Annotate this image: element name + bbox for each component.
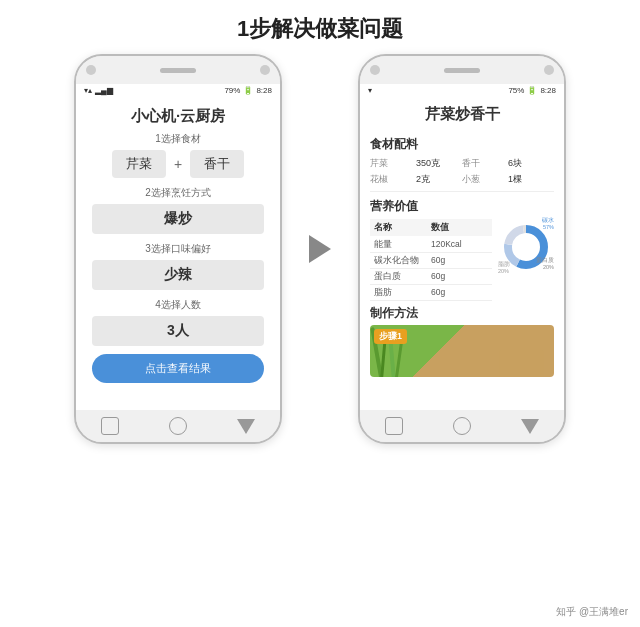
left-phone-bottom	[76, 410, 280, 442]
ing2-name: 香干	[462, 157, 508, 170]
ingredients-grid: 芹菜 350克 香干 6块 花椒 2克 小葱 1棵	[370, 157, 554, 192]
nut-name-2: 蛋白质	[374, 271, 431, 283]
right-phone-bottom	[360, 410, 564, 442]
right-status-right: 75% 🔋 8:28	[508, 86, 556, 95]
step1-image: 步骤1	[370, 325, 554, 377]
right-phone-content: 芹菜炒香干 食材配料 芹菜 350克 香干 6块 花椒 2克 小葱 1棵 营养价…	[360, 97, 564, 410]
front-camera-icon	[86, 65, 96, 75]
battery-icon-left: 🔋	[243, 86, 253, 95]
right-back-btn[interactable]	[453, 417, 471, 435]
food-item	[499, 350, 544, 377]
right-front-camera-icon	[370, 65, 380, 75]
ing1-name: 芹菜	[370, 157, 416, 170]
right-status-left: ▾	[368, 86, 372, 95]
ingredients-section-title: 食材配料	[370, 136, 554, 153]
nut-name-1: 碳水化合物	[374, 255, 431, 267]
nutrition-section: 营养价值 名称 数值 能量 120Kcal	[370, 198, 554, 301]
nut-val-0: 120Kcal	[431, 239, 488, 251]
left-phone: ▾▴ ▂▄▆ 79% 🔋 8:28 小心机·云厨房 1选择食材 芹菜 + 香干 …	[74, 54, 282, 444]
ing1-val: 350克	[416, 157, 462, 170]
nut-col2-header: 数值	[431, 221, 488, 234]
arrow-right-icon	[309, 235, 331, 263]
ingredient-row: 芹菜 + 香干	[76, 150, 280, 178]
battery-icon-right: 🔋	[527, 86, 537, 95]
step3-label: 3选择口味偏好	[76, 242, 280, 256]
nut-name-3: 脂肪	[374, 287, 431, 299]
nut-row-2: 蛋白质 60g	[370, 269, 492, 285]
ing4-name: 小葱	[462, 173, 508, 186]
ing2-val: 6块	[508, 157, 554, 170]
time-right: 8:28	[540, 86, 556, 95]
right-status-bar: ▾ 75% 🔋 8:28	[360, 84, 564, 97]
nut-row-0: 能量 120Kcal	[370, 237, 492, 253]
nut-row-3: 脂肪 60g	[370, 285, 492, 301]
right-scrollable-content: 食材配料 芹菜 350克 香干 6块 花椒 2克 小葱 1棵 营养价值	[360, 130, 564, 410]
left-status-right: 79% 🔋 8:28	[224, 86, 272, 95]
ing4-val: 1棵	[508, 173, 554, 186]
svg-point-4	[514, 235, 538, 259]
right-speaker-icon	[444, 68, 480, 73]
plus-icon: +	[174, 156, 182, 172]
step1-label: 1选择食材	[76, 132, 280, 146]
ingredient1-tag[interactable]: 芹菜	[112, 150, 166, 178]
donut-label-protein: 蛋白质20%	[536, 257, 554, 271]
battery-percent-left: 79%	[224, 86, 240, 95]
ing3-name: 花椒	[370, 173, 416, 186]
submit-button[interactable]: 点击查看结果	[92, 354, 264, 383]
right-home-btn[interactable]	[385, 417, 403, 435]
dish-title: 芹菜炒香干	[360, 97, 564, 130]
left-phone-top-bar	[76, 56, 280, 84]
watermark: 知乎 @王满堆er	[556, 605, 628, 619]
battery-percent-right: 75%	[508, 86, 524, 95]
right-menu-btn[interactable]	[521, 419, 539, 434]
donut-label-carb: 碳水57%	[542, 217, 554, 231]
time-left: 8:28	[256, 86, 272, 95]
taste-box[interactable]: 少辣	[92, 260, 264, 290]
nutrition-table: 名称 数值 能量 120Kcal 碳水化合物 60g	[370, 219, 554, 301]
people-box[interactable]: 3人	[92, 316, 264, 346]
nutrition-header: 名称 数值	[370, 219, 492, 236]
back-btn[interactable]	[169, 417, 187, 435]
nut-val-3: 60g	[431, 287, 488, 299]
left-status-bar: ▾▴ ▂▄▆ 79% 🔋 8:28	[76, 84, 280, 97]
signal-bars: ▂▄▆	[95, 86, 113, 95]
left-status-left: ▾▴ ▂▄▆	[84, 86, 113, 95]
cook-method-box[interactable]: 爆炒	[92, 204, 264, 234]
menu-btn[interactable]	[237, 419, 255, 434]
make-section: 制作方法 步骤1	[370, 305, 554, 377]
step-badge: 步骤1	[374, 329, 407, 344]
donut-label-fat: 脂肪20%	[498, 261, 510, 275]
nut-val-2: 60g	[431, 271, 488, 283]
donut-chart: 碳水57% 蛋白质20% 脂肪20%	[498, 219, 554, 275]
left-phone-content: 小心机·云厨房 1选择食材 芹菜 + 香干 2选择烹饪方式 爆炒 3选择口味偏好…	[76, 97, 280, 410]
nut-val-1: 60g	[431, 255, 488, 267]
arrow-container	[300, 235, 340, 263]
phones-container: ▾▴ ▂▄▆ 79% 🔋 8:28 小心机·云厨房 1选择食材 芹菜 + 香干 …	[0, 54, 640, 444]
nutrition-section-title: 营养价值	[370, 198, 554, 215]
right-phone-top-bar	[360, 56, 564, 84]
make-section-title: 制作方法	[370, 305, 554, 322]
step4-label: 4选择人数	[76, 298, 280, 312]
ing3-val: 2克	[416, 173, 462, 186]
nut-col1-header: 名称	[374, 221, 431, 234]
page-title: 1步解决做菜问题	[0, 0, 640, 54]
right-wifi-icon: ▾	[368, 86, 372, 95]
wifi-icon: ▾▴	[84, 86, 92, 95]
ingredient2-tag[interactable]: 香干	[190, 150, 244, 178]
app-title: 小心机·云厨房	[76, 97, 280, 132]
step2-label: 2选择烹饪方式	[76, 186, 280, 200]
right-phone: ▾ 75% 🔋 8:28 芹菜炒香干 食材配料 芹菜 350克 香干 6块 花椒	[358, 54, 566, 444]
nut-row-1: 碳水化合物 60g	[370, 253, 492, 269]
nut-name-0: 能量	[374, 239, 431, 251]
speaker-icon	[160, 68, 196, 73]
home-btn[interactable]	[101, 417, 119, 435]
right-sensor-icon	[544, 65, 554, 75]
nutrition-left: 名称 数值 能量 120Kcal 碳水化合物 60g	[370, 219, 492, 301]
sensor-icon	[260, 65, 270, 75]
